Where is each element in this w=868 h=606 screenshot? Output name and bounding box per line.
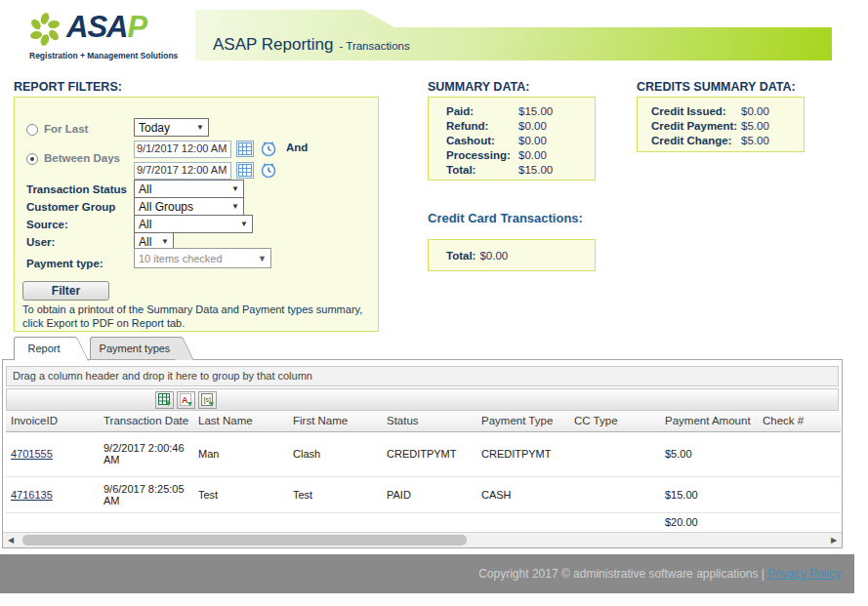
cell-payment-amount: $5.00 <box>660 431 758 476</box>
invoice-link[interactable]: 4701555 <box>11 448 53 460</box>
col-header-payment-type[interactable]: Payment Type <box>476 411 569 431</box>
export-pdf-button[interactable]: A <box>177 391 195 409</box>
export-excel-button[interactable] <box>155 391 174 409</box>
cell-check <box>758 431 841 476</box>
chevron-down-icon: ▼ <box>196 123 204 132</box>
source-select[interactable]: All▼ <box>134 215 253 233</box>
privacy-policy-link[interactable]: Privacy Policy <box>767 567 841 581</box>
col-header-status[interactable]: Status <box>382 411 476 431</box>
svg-text:A: A <box>182 395 188 405</box>
report-filters-panel: For Last Today▼ 9/1/2017 12:00 AM And Be… <box>14 97 379 332</box>
credit-label: Credit Change: <box>651 134 741 148</box>
summary-value: $0.00 <box>518 148 547 163</box>
credits-summary-box: Credit Issued:$0.00 Credit Payment:$5.00… <box>637 97 805 152</box>
for-last-radio[interactable] <box>26 124 38 136</box>
for-last-label: For Last <box>44 123 88 135</box>
cell-transaction-date: 9/6/2017 8:25:05 AM <box>99 476 193 512</box>
app-logo: ASAP Registration + Management Solutions <box>27 8 198 64</box>
table-row: 4716135 9/6/2017 8:25:05 AM Test Test PA… <box>6 476 841 512</box>
cell-payment-type: CREDITPYMT <box>476 431 569 476</box>
transaction-status-select[interactable]: All▼ <box>134 180 244 198</box>
customer-group-select[interactable]: All Groups▼ <box>134 197 244 216</box>
between-days-label: Between Days <box>44 152 120 164</box>
csv-export-icon: [s] <box>201 393 215 407</box>
cell-cc-type <box>569 431 660 476</box>
horizontal-scrollbar[interactable]: ◀ ▶ <box>3 532 842 547</box>
credit-label: Credit Payment: <box>651 119 741 134</box>
report-filters-heading: REPORT FILTERS: <box>14 80 122 94</box>
group-by-dropzone[interactable]: Drag a column header and drop it here to… <box>6 366 839 386</box>
tab-payment-types[interactable]: Payment types <box>90 337 180 359</box>
grid-toolbar: A [s] <box>6 388 839 411</box>
export-csv-button[interactable]: [s] <box>198 391 217 409</box>
col-header-cc-type[interactable]: CC Type <box>569 411 660 431</box>
cell-status: CREDITPYMT <box>382 431 476 476</box>
excel-export-icon <box>158 393 172 407</box>
chevron-down-icon: ▼ <box>231 202 239 211</box>
for-last-select[interactable]: Today▼ <box>134 118 209 137</box>
summary-value: $15.00 <box>518 104 553 119</box>
page-subtitle: - Transactions <box>339 40 409 52</box>
summary-label: Paid: <box>446 104 518 119</box>
cell-transaction-date: 9/2/2017 2:00:46 AM <box>99 431 193 476</box>
summary-label: Refund: <box>446 119 518 134</box>
clock-icon[interactable] <box>260 141 277 157</box>
payment-type-label: Payment type: <box>26 258 103 269</box>
customer-group-label: Customer Group <box>26 201 115 213</box>
table-header-row: InvoiceID Transaction Date Last Name Fir… <box>6 411 841 431</box>
payment-type-multiselect[interactable]: 10 items checked▼ <box>134 248 271 268</box>
chevron-down-icon: ▼ <box>240 220 248 228</box>
cell-last-name: Test <box>193 476 288 512</box>
calendar-icon[interactable] <box>236 141 254 157</box>
source-label: Source: <box>26 219 68 230</box>
date-to-input[interactable]: 9/7/2017 12:00 AM <box>134 162 231 180</box>
col-header-payment-amount[interactable]: Payment Amount <box>660 411 758 431</box>
scrollbar-thumb[interactable] <box>22 535 467 545</box>
cc-total-label: Total: <box>446 249 475 263</box>
col-header-check[interactable]: Check # <box>758 411 841 431</box>
chevron-down-icon: ▼ <box>161 237 169 246</box>
cell-first-name: Clash <box>288 431 382 476</box>
cc-total-value: $0.00 <box>479 249 508 263</box>
user-label: User: <box>26 236 55 248</box>
credit-card-box: Total:$0.00 <box>428 239 596 271</box>
table-row: 4701555 9/2/2017 2:00:46 AM Man Clash CR… <box>6 431 841 476</box>
col-header-first-name[interactable]: First Name <box>288 411 382 431</box>
credit-value: $0.00 <box>741 104 769 119</box>
col-header-last-name[interactable]: Last Name <box>193 411 288 431</box>
transactions-grid: Drag a column header and drop it here to… <box>2 359 843 548</box>
scrollbar-right-arrow-icon[interactable]: ▶ <box>826 533 842 547</box>
credit-card-heading: Credit Card Transactions: <box>428 211 583 225</box>
calendar-icon[interactable] <box>236 162 254 179</box>
col-header-transaction-date[interactable]: Transaction Date <box>99 411 193 431</box>
col-header-invoiceid[interactable]: InvoiceID <box>6 411 99 431</box>
invoice-link[interactable]: 4716135 <box>11 489 53 501</box>
export-note: To obtain a printout of the Summary Data… <box>22 303 362 330</box>
summary-value: $0.00 <box>518 119 547 134</box>
tab-report[interactable]: Report <box>14 337 74 360</box>
cell-last-name: Man <box>193 431 288 476</box>
summary-value: $0.00 <box>518 134 547 148</box>
transactions-table: InvoiceID Transaction Date Last Name Fir… <box>6 411 841 533</box>
cell-cc-type <box>569 476 660 512</box>
clock-icon[interactable] <box>260 162 277 179</box>
cell-status: PAID <box>382 476 476 512</box>
between-days-radio[interactable] <box>26 153 38 165</box>
summary-data-heading: SUMMARY DATA: <box>428 80 529 94</box>
summary-value: $15.00 <box>518 163 553 178</box>
logo-tagline: Registration + Management Solutions <box>29 51 178 61</box>
credit-value: $5.00 <box>741 134 769 148</box>
filter-button[interactable]: Filter <box>22 281 109 301</box>
transaction-status-label: Transaction Status <box>26 183 127 195</box>
date-from-input[interactable]: 9/1/2017 12:00 AM <box>134 141 231 158</box>
chevron-down-icon: ▼ <box>258 254 267 263</box>
scrollbar-left-arrow-icon[interactable]: ◀ <box>3 533 19 547</box>
footer-bar: Copyright 2017 © administrative software… <box>0 554 854 593</box>
chevron-down-icon: ▼ <box>231 184 239 193</box>
total-payment-amount: $20.00 <box>660 512 758 532</box>
credits-summary-heading: CREDITS SUMMARY DATA: <box>637 80 796 94</box>
pdf-export-icon: A <box>180 393 193 407</box>
table-total-row: $20.00 <box>6 512 841 532</box>
summary-label: Total: <box>446 163 518 178</box>
cell-payment-amount: $15.00 <box>660 476 758 512</box>
